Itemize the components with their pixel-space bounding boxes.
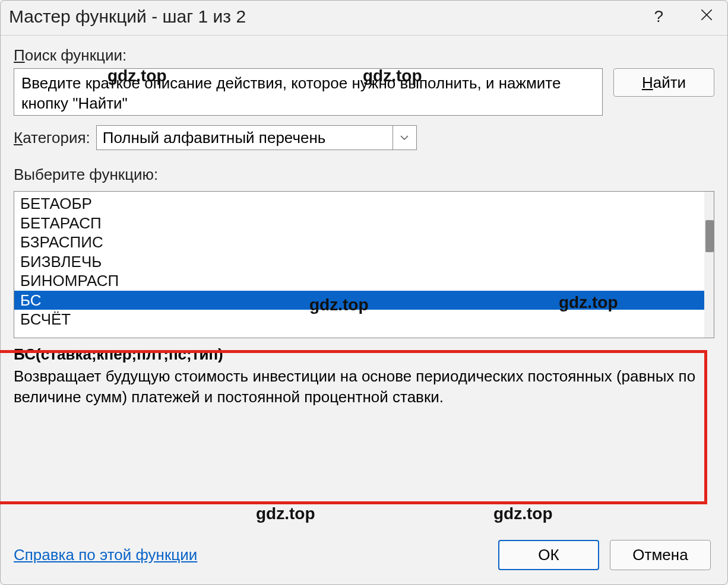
ok-button[interactable]: ОК — [498, 540, 599, 570]
footer-buttons: ОК Отмена — [498, 540, 711, 570]
function-wizard-dialog: Мастер функций - шаг 1 из 2 ? Поиск функ… — [0, 0, 728, 585]
search-row: Найти — [14, 68, 714, 116]
dialog-body: Поиск функции: Найти Категория: Полный а… — [1, 36, 727, 528]
watermark: gdz.top — [493, 504, 553, 523]
function-signature: БС(ставка;кпер;плт;пс;тип) — [14, 345, 714, 364]
list-item[interactable]: БЗРАСПИС — [14, 233, 704, 252]
dialog-footer: Справка по этой функции ОК Отмена — [1, 528, 727, 584]
list-item[interactable]: БИЗВЛЕЧЬ — [14, 252, 704, 272]
list-item[interactable]: БЕТАОБР — [14, 194, 704, 214]
list-item[interactable]: БИНОМРАСП — [14, 271, 704, 291]
titlebar: Мастер функций - шаг 1 из 2 ? — [1, 1, 727, 36]
category-row: Категория: Полный алфавитный перечень — [14, 125, 714, 150]
scrollbar-thumb[interactable] — [705, 220, 714, 252]
dialog-title: Мастер функций - шаг 1 из 2 — [9, 7, 246, 27]
function-description: Возвращает будущую стоимость инвестиции … — [14, 366, 714, 408]
select-function-label: Выберите функцию: — [14, 166, 714, 184]
list-item[interactable]: БСЧЁТ — [14, 310, 704, 329]
help-link[interactable]: Справка по этой функции — [14, 546, 197, 564]
function-listbox[interactable]: БЕТАОБР БЕТАРАСП БЗРАСПИС БИЗВЛЕЧЬ БИНОМ… — [14, 191, 714, 338]
category-label: Категория: — [14, 129, 90, 147]
scrollbar[interactable] — [704, 192, 714, 338]
search-input[interactable] — [14, 68, 603, 116]
list-item-selected[interactable]: БС — [14, 291, 704, 310]
help-icon[interactable]: ? — [654, 7, 663, 26]
watermark: gdz.top — [256, 504, 315, 523]
find-button[interactable]: Найти — [613, 68, 714, 97]
category-value: Полный алфавитный перечень — [103, 129, 326, 147]
search-label: Поиск функции: — [14, 46, 714, 65]
titlebar-controls: ? — [654, 7, 714, 27]
chevron-down-icon[interactable] — [393, 126, 416, 150]
list-item[interactable]: БЕТАРАСП — [14, 214, 704, 233]
cancel-button[interactable]: Отмена — [610, 540, 711, 570]
close-icon[interactable] — [699, 7, 714, 27]
category-select[interactable]: Полный алфавитный перечень — [96, 125, 417, 150]
